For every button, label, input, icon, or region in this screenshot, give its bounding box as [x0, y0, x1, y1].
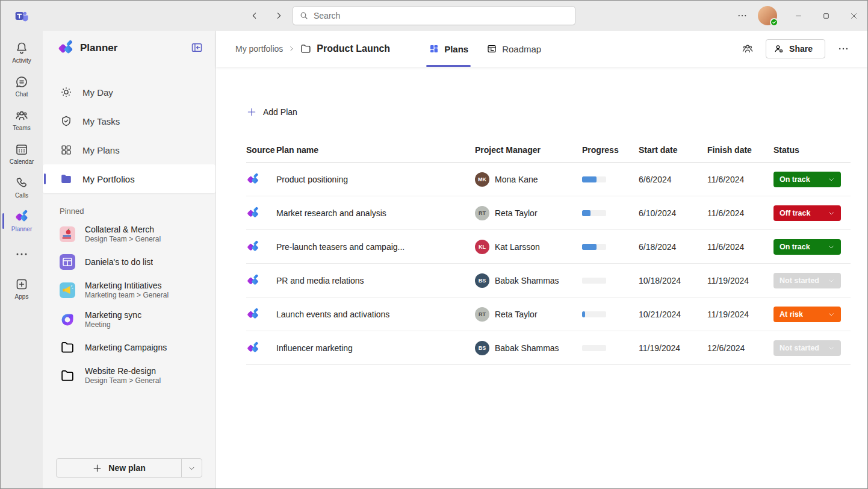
plus-icon — [92, 463, 102, 473]
planner-logo-icon — [246, 341, 276, 355]
search-icon — [299, 11, 309, 20]
table-row-pre-launch-teasers-and-campaig[interactable]: Pre-launch teasers and campaig... KL Kat… — [246, 230, 851, 264]
status-chevron-icon — [828, 344, 835, 352]
loop-tile-icon — [60, 312, 75, 328]
status-badge: Off track — [780, 209, 810, 217]
pinned-list: Collateral & Merch Design Team > General… — [43, 219, 215, 390]
table-row-launch-events-and-activations[interactable]: Launch events and activations RT Reta Ta… — [246, 297, 851, 331]
rail-item-teams[interactable]: Teams — [1, 103, 43, 137]
plus-icon — [246, 107, 257, 117]
column-finish-date: Finish date — [707, 145, 773, 155]
start-date: 10/18/2024 — [639, 276, 707, 285]
rail-item-apps[interactable]: Apps — [1, 272, 43, 305]
progress-bar — [582, 176, 606, 182]
add-plan-button[interactable]: Add Plan — [246, 107, 297, 117]
back-button[interactable] — [246, 6, 263, 25]
finish-date: 11/6/2024 — [707, 242, 773, 252]
minimize-button[interactable] — [784, 1, 812, 31]
breadcrumb-my-portfolios[interactable]: My portfolios — [235, 44, 283, 54]
close-button[interactable] — [840, 1, 867, 31]
table-row-product-positioning[interactable]: Product positioning MK Mona Kane 6/6/202… — [246, 163, 851, 196]
rail-item-calendar[interactable]: Calendar — [1, 137, 43, 170]
manager-avatar: KL — [475, 240, 489, 254]
user-avatar[interactable] — [758, 6, 777, 25]
column-progress: Progress — [582, 145, 639, 155]
members-icon[interactable] — [738, 39, 757, 58]
tab-roadmap[interactable]: Roadmap — [480, 31, 547, 67]
column-plan-name: Plan name — [276, 145, 475, 155]
plan-name: Launch events and activations — [276, 310, 475, 319]
plan-name: Pre-launch teasers and campaig... — [276, 242, 475, 252]
status-chevron-icon — [828, 243, 835, 251]
plan-name: Market research and analysis — [276, 208, 475, 218]
new-plan-dropdown-button[interactable] — [181, 459, 202, 477]
rail-item-calls[interactable]: Calls — [1, 170, 43, 204]
manager-avatar: RT — [475, 206, 489, 220]
status-dropdown[interactable]: On track — [773, 172, 841, 187]
search-input[interactable] — [314, 11, 569, 20]
rail-item[interactable] — [1, 238, 43, 272]
person-add-icon — [773, 43, 784, 54]
maximize-button[interactable] — [812, 1, 840, 31]
initiatives-tile-icon — [60, 282, 75, 298]
progress-bar — [582, 311, 606, 317]
rail-item-chat[interactable]: Chat — [1, 69, 43, 103]
table-row-pr-and-media-relations[interactable]: PR and media relations BS Babak Shammas … — [246, 264, 851, 297]
status-chevron-icon — [828, 176, 835, 183]
teams-window: Activity Chat Teams Calendar Calls Plann… — [0, 0, 868, 489]
rail-item-planner[interactable]: Planner — [1, 204, 43, 238]
status-dropdown[interactable]: On track — [773, 239, 841, 255]
planner-logo-icon — [246, 308, 276, 321]
pinned-item-marketing-sync[interactable]: Marketing sync Meeting — [43, 305, 215, 334]
folder-outline-icon — [60, 340, 75, 355]
plans-board-icon — [429, 43, 439, 54]
column-project-manager: Project Manager — [475, 145, 582, 155]
roadmap-icon — [486, 43, 497, 54]
progress-bar — [582, 244, 606, 250]
pinned-section-label: Pinned — [43, 193, 215, 219]
teams-logo-icon — [14, 8, 29, 24]
start-date: 11/19/2024 — [639, 343, 707, 353]
manager-name: Babak Shammas — [495, 343, 559, 353]
new-plan-button[interactable]: New plan — [56, 458, 202, 478]
rail-item-activity[interactable]: Activity — [1, 36, 43, 69]
column-status: Status — [773, 145, 852, 155]
sidebar-item-my-portfolios[interactable]: My Portfolios — [43, 164, 215, 193]
table-row-influencer-marketing[interactable]: Influencer marketing BS Babak Shammas 11… — [246, 331, 851, 365]
status-dropdown[interactable]: At risk — [773, 307, 841, 322]
status-dropdown[interactable]: Not started — [773, 340, 841, 356]
pinned-item-website-re-design[interactable]: Website Re-design Design Team > General — [43, 361, 215, 390]
status-dropdown[interactable]: Off track — [773, 205, 841, 221]
planner-sidebar: Planner My Day My Tasks My Plans — [43, 31, 216, 488]
sidebar-item-my-day[interactable]: My Day — [43, 78, 215, 107]
tab-plans[interactable]: Plans — [423, 31, 474, 67]
search-bar[interactable] — [293, 6, 575, 25]
table-row-market-research-and-analysis[interactable]: Market research and analysis RT Reta Tay… — [246, 196, 851, 230]
pinned-item-marketing-campaigns[interactable]: Marketing Campaigns — [43, 334, 215, 361]
forward-button[interactable] — [270, 6, 287, 25]
pinned-item-collateral-merch[interactable]: Collateral & Merch Design Team > General — [43, 219, 215, 249]
pinned-item-marketing-intitiatives[interactable]: Marketing Intitiatives Marketing team > … — [43, 275, 215, 305]
status-badge: At risk — [780, 310, 803, 319]
titlebar-more-button[interactable] — [731, 5, 753, 26]
title-bar — [1, 1, 867, 31]
finish-date: 11/6/2024 — [707, 208, 773, 218]
sidebar-item-my-plans[interactable]: My Plans — [43, 135, 215, 164]
main-pane: My portfolios Product Launch Plans Roadm… — [216, 31, 867, 488]
collapse-sidebar-icon[interactable] — [190, 41, 205, 55]
sidebar-nav: My Day My Tasks My Plans My Portfolios — [43, 78, 215, 193]
bell-icon — [14, 41, 29, 55]
planner-logo-icon — [246, 207, 276, 220]
share-button[interactable]: Share — [766, 39, 825, 58]
plan-name: Product positioning — [276, 175, 475, 184]
plan-name: PR and media relations — [276, 276, 475, 285]
more-options-button[interactable] — [834, 39, 853, 58]
plans-table: Product positioning MK Mona Kane 6/6/202… — [246, 163, 851, 365]
column-source: Source — [246, 145, 276, 155]
breadcrumb-chevron-icon — [288, 45, 295, 52]
sidebar-item-my-tasks[interactable]: My Tasks — [43, 107, 215, 135]
pinned-item-daniela-s-to-do-list[interactable]: Daniela's to do list — [43, 249, 215, 275]
calendar-icon — [14, 142, 29, 157]
planner-logo-icon — [246, 173, 276, 186]
status-dropdown[interactable]: Not started — [773, 273, 841, 288]
